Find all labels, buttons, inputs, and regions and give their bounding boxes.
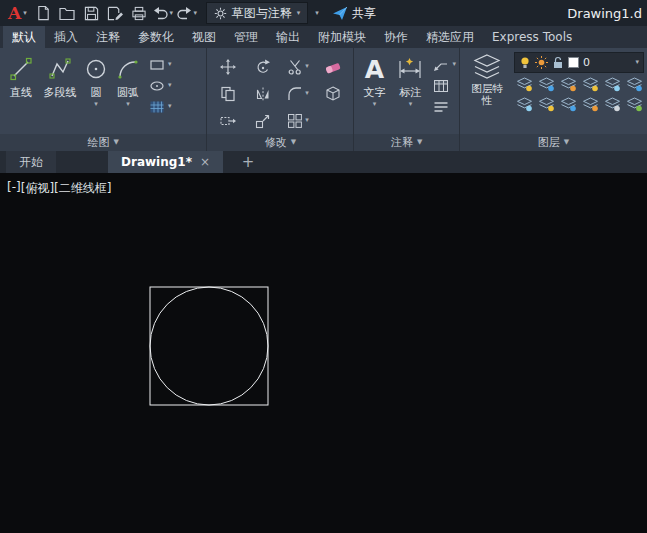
layer-tool-icon[interactable] — [514, 96, 534, 113]
viewport-controls: [-] [俯视] [二维线框] — [7, 180, 111, 197]
erase-tool[interactable] — [315, 53, 350, 80]
ribbon-tab-parametric[interactable]: 参数化 — [129, 26, 183, 48]
polyline-icon — [48, 54, 72, 84]
arc-tool[interactable]: 圆弧 ▾ — [111, 50, 145, 134]
ribbon-tab-insert[interactable]: 插入 — [45, 26, 87, 48]
leader-tool[interactable]: ▾ — [433, 55, 456, 74]
drawing-tab-label: Drawing1* — [121, 155, 192, 169]
app-menu-button[interactable]: A ▾ — [5, 5, 30, 22]
layer-tool-icon[interactable] — [580, 96, 600, 113]
circle-tool[interactable]: 圆 ▾ — [81, 50, 111, 134]
share-label: 共享 — [352, 5, 376, 22]
line-tool[interactable]: 直线 — [3, 50, 39, 134]
draw-panel: 直线 多段线 圆 ▾ 圆弧 ▾ ▾ ▾ — [0, 48, 207, 151]
ribbon-tab-express-tools[interactable]: Express Tools — [483, 26, 581, 48]
chevron-down-icon: ▾ — [126, 101, 130, 108]
layer-dropdown[interactable]: 0 ▾ — [514, 52, 644, 73]
trim-tool[interactable]: ▾ — [280, 53, 315, 80]
annotation-small-tools: ▾ — [429, 50, 456, 134]
layer-tool-icon[interactable] — [536, 76, 556, 93]
visual-style-control[interactable]: [二维线框] — [54, 180, 111, 197]
layers-panel-label[interactable]: 图层▼ — [460, 134, 647, 151]
plot-button[interactable] — [129, 3, 150, 23]
redo-button[interactable]: ▾ — [177, 3, 198, 23]
drawing-tab[interactable]: Drawing1* × — [108, 151, 223, 173]
layer-tools-row-1 — [514, 76, 644, 93]
modify-panel-label[interactable]: 修改▼ — [207, 134, 353, 151]
new-button[interactable] — [33, 3, 54, 23]
ribbon-tab-output[interactable]: 输出 — [267, 26, 309, 48]
ribbon-tab-annotate[interactable]: 注释 — [87, 26, 129, 48]
ribbon-tab-addins[interactable]: 附加模块 — [309, 26, 375, 48]
ribbon-tab-home[interactable]: 默认 — [3, 26, 45, 48]
array-tool[interactable]: ▾ — [280, 107, 315, 134]
annotation-style-tool[interactable] — [433, 97, 456, 116]
undo-button[interactable]: ▾ — [153, 3, 174, 23]
share-button[interactable]: 共享 — [326, 5, 383, 22]
workspace-selector[interactable]: 草图与注释 ▾ — [206, 2, 309, 24]
layer-tool-icon[interactable] — [624, 96, 644, 113]
layer-tool-icon[interactable] — [624, 76, 644, 93]
ribbon-tab-manage[interactable]: 管理 — [225, 26, 267, 48]
ribbon-tab-bar: 默认 插入 注释 参数化 视图 管理 输出 附加模块 协作 精选应用 Expre… — [0, 26, 647, 48]
copy-tool[interactable] — [210, 80, 245, 107]
view-control[interactable]: [俯视] — [21, 180, 54, 197]
layer-properties-tool[interactable]: 图层特性 — [464, 50, 510, 134]
explode-tool[interactable] — [315, 80, 350, 107]
annotation-panel-label[interactable]: 注释▼ — [354, 134, 459, 151]
text-tool[interactable]: A 文字 ▾ — [357, 50, 391, 134]
layer-tool-icon[interactable] — [602, 96, 622, 113]
layer-tool-icon[interactable] — [558, 96, 578, 113]
chevron-down-icon: ▼ — [291, 139, 296, 146]
drawn-circle[interactable] — [150, 287, 268, 405]
start-tab[interactable]: 开始 — [6, 151, 56, 173]
text-label: 文字 — [363, 86, 385, 99]
close-icon[interactable]: × — [200, 155, 210, 169]
dimension-tool[interactable]: 标注 ▾ — [391, 50, 429, 134]
layer-unlock-icon — [552, 56, 564, 69]
layer-tool-icon[interactable] — [602, 76, 622, 93]
ellipse-tool[interactable]: ▾ — [149, 76, 172, 95]
move-tool[interactable] — [210, 53, 245, 80]
viewport-menu-control[interactable]: [-] — [7, 180, 21, 197]
table-tool[interactable] — [433, 76, 456, 95]
stretch-tool[interactable] — [210, 107, 245, 134]
drawing-area[interactable]: [-] [俯视] [二维线框] — [0, 173, 647, 533]
quick-access-customize-button[interactable]: ▾ — [311, 10, 323, 17]
drawn-square[interactable] — [150, 287, 268, 405]
ribbon-tab-featured-apps[interactable]: 精选应用 — [417, 26, 483, 48]
chevron-down-icon: ▾ — [452, 61, 456, 68]
layers-panel: 图层特性 0 ▾ — [460, 48, 647, 151]
chevron-down-icon: ▼ — [114, 139, 119, 146]
mirror-tool[interactable] — [245, 80, 280, 107]
draw-small-tools: ▾ ▾ ▾ — [145, 50, 172, 134]
polyline-tool[interactable]: 多段线 — [39, 50, 81, 134]
ribbon-tab-view[interactable]: 视图 — [183, 26, 225, 48]
fillet-tool[interactable]: ▾ — [280, 80, 315, 107]
layer-tool-icon[interactable] — [514, 76, 534, 93]
chevron-down-icon: ▾ — [409, 101, 413, 108]
hatch-tool[interactable]: ▾ — [149, 97, 172, 116]
rectangle-tool[interactable]: ▾ — [149, 55, 172, 74]
draw-panel-label[interactable]: 绘图▼ — [0, 134, 206, 151]
chevron-down-icon: ▾ — [193, 10, 197, 17]
ribbon-tab-collaborate[interactable]: 协作 — [375, 26, 417, 48]
autocad-window: A ▾ ▾ ▾ 草图与注释 ▾ ▾ 共享 Drawing1.d 默认 插入 注释… — [0, 0, 647, 533]
open-button[interactable] — [57, 3, 78, 23]
rotate-tool[interactable] — [245, 53, 280, 80]
chevron-down-icon: ▾ — [169, 10, 173, 17]
layer-tool-icon[interactable] — [580, 76, 600, 93]
layer-properties-icon — [472, 54, 502, 80]
draw-panel-body: 直线 多段线 圆 ▾ 圆弧 ▾ ▾ ▾ — [0, 48, 206, 134]
layer-tool-icon[interactable] — [536, 96, 556, 113]
save-button[interactable] — [81, 3, 102, 23]
arc-icon — [116, 54, 140, 84]
new-drawing-tab-button[interactable]: + — [237, 151, 259, 173]
scale-tool[interactable] — [245, 107, 280, 134]
layer-on-icon — [519, 56, 531, 69]
chevron-down-icon: ▾ — [305, 63, 309, 70]
chevron-down-icon: ▾ — [94, 101, 98, 108]
save-as-button[interactable] — [105, 3, 126, 23]
modify-tools-grid: ▾ ▾ ▾ — [210, 50, 350, 134]
layer-tool-icon[interactable] — [558, 76, 578, 93]
